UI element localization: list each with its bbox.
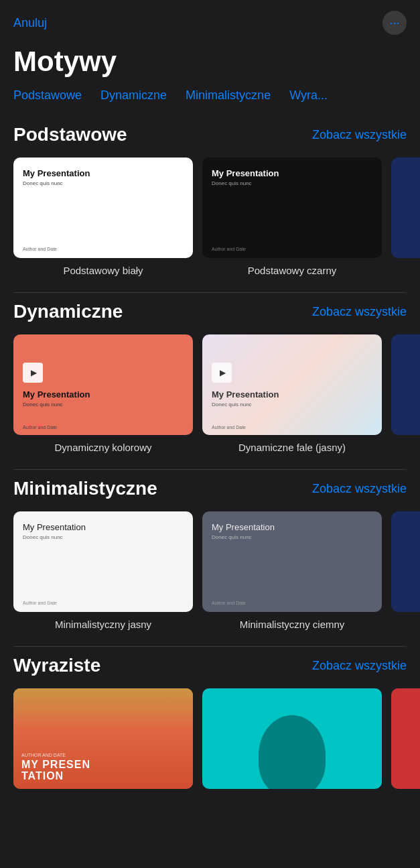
section-dynamiczne: Dynamiczne Zobacz wszystkie My Presentat…: [0, 293, 420, 469]
card-label-mini-dark: Minimalistyczny ciemny: [240, 619, 345, 630]
card-partial-4: [391, 688, 420, 796]
thumbnail-basic-black: My Presentation Donec quis nunc Author a…: [202, 158, 382, 258]
thumb-basic-black-bg: My Presentation Donec quis nunc Author a…: [202, 158, 382, 258]
thumb-partial-3-bg: [391, 511, 420, 612]
thumbnail-wyraziste-2: [202, 688, 382, 789]
thumb-title: My Presentation: [212, 168, 372, 178]
thumb-author-tiny: AUTHOR AND DATE: [21, 753, 185, 757]
thumb-author: Author and Date: [212, 247, 246, 251]
cards-row-dynamiczne: My Presentation Donec quis nunc Author a…: [13, 334, 407, 453]
thumb-title: My Presentation: [23, 522, 184, 532]
play-btn-icon: [212, 363, 232, 383]
card-wyraziste-2[interactable]: [202, 688, 382, 796]
thumb-subtitle: Donec quis nunc: [23, 180, 184, 186]
section-dynamiczne-title: Dynamiczne: [13, 301, 123, 322]
filter-tabs: Podstawowe Dynamiczne Minimalistyczne Wy…: [0, 88, 420, 116]
thumb-subtitle: Donec quis nunc: [212, 534, 372, 540]
thumb-big-title: MY PRESENTATION: [21, 759, 185, 782]
thumb-partial-4-bg: [391, 688, 420, 789]
thumb-title: My Presentation: [212, 389, 372, 399]
thumbnail-mini-dark: My Presentation Donec quis nunc Author a…: [202, 511, 382, 612]
card-partial-3: [391, 511, 420, 630]
see-all-dynamiczne-button[interactable]: Zobacz wszystkie: [312, 305, 407, 319]
tab-podstawowe[interactable]: Podstawowe: [13, 88, 82, 103]
card-partial-2: [391, 334, 420, 453]
tab-wyraziste[interactable]: Wyra...: [289, 88, 328, 103]
section-podstawowe-title: Podstawowe: [13, 124, 127, 145]
section-wyraziste-header: Wyraziste Zobacz wszystkie: [13, 655, 407, 676]
see-all-wyraziste-button[interactable]: Zobacz wszystkie: [312, 659, 407, 673]
page-title: Motywy: [0, 40, 420, 88]
section-minimalistyczne-title: Minimalistyczne: [13, 478, 157, 499]
card-label-mini-light: Minimalistyczny jasny: [55, 619, 151, 630]
thumb-author: Author and Date: [23, 601, 57, 605]
card-dynamic-color[interactable]: My Presentation Donec quis nunc Author a…: [13, 334, 193, 453]
thumbnail-basic-white: My Presentation Donec quis nunc Author a…: [13, 158, 193, 258]
cancel-button[interactable]: Anuluj: [13, 16, 47, 30]
card-dynamic-waves[interactable]: My Presentation Donec quis nunc Author a…: [202, 334, 382, 453]
thumb-author: Author and Date: [23, 247, 57, 251]
thumbnail-dynamic-color: My Presentation Donec quis nunc Author a…: [13, 334, 193, 435]
section-podstawowe: Podstawowe Zobacz wszystkie My Presentat…: [0, 116, 420, 292]
card-label-basic-white: Podstawowy biały: [63, 265, 143, 276]
thumb-title: My Presentation: [23, 389, 184, 399]
see-all-podstawowe-button[interactable]: Zobacz wszystkie: [312, 128, 407, 142]
thumb-partial-2-bg: [391, 334, 420, 435]
play-btn-icon: [23, 363, 43, 383]
card-label-basic-black: Podstawowy czarny: [248, 265, 337, 276]
card-basic-white[interactable]: My Presentation Donec quis nunc Author a…: [13, 158, 193, 276]
thumbnail-wyraziste-1: AUTHOR AND DATE MY PRESENTATION: [13, 688, 193, 789]
thumb-subtitle: Donec quis nunc: [212, 180, 372, 186]
section-minimalistyczne-header: Minimalistyczne Zobacz wszystkie: [13, 478, 407, 499]
thumbnail-partial-3: [391, 511, 420, 612]
section-podstawowe-header: Podstawowe Zobacz wszystkie: [13, 124, 407, 145]
card-mini-light[interactable]: My Presentation Donec quis nunc Author a…: [13, 511, 193, 630]
thumbnail-partial-2: [391, 334, 420, 435]
card-mini-dark[interactable]: My Presentation Donec quis nunc Author a…: [202, 511, 382, 630]
face-silhouette: [259, 715, 326, 789]
section-wyraziste: Wyraziste Zobacz wszystkie AUTHOR AND DA…: [0, 647, 420, 812]
card-wyraziste-1[interactable]: AUTHOR AND DATE MY PRESENTATION: [13, 688, 193, 796]
thumb-dynamic-color-bg: My Presentation Donec quis nunc Author a…: [13, 334, 193, 435]
cards-row-wyraziste: AUTHOR AND DATE MY PRESENTATION: [13, 688, 407, 796]
tab-minimalistyczne[interactable]: Minimalistyczne: [186, 88, 271, 103]
tab-dynamiczne[interactable]: Dynamiczne: [100, 88, 167, 103]
section-wyraziste-title: Wyraziste: [13, 655, 100, 676]
cards-row-minimalistyczne: My Presentation Donec quis nunc Author a…: [13, 511, 407, 630]
card-basic-black[interactable]: My Presentation Donec quis nunc Author a…: [202, 158, 382, 276]
thumb-dynamic-waves-bg: My Presentation Donec quis nunc Author a…: [202, 334, 382, 435]
header: Anuluj ···: [0, 0, 420, 40]
thumb-author: Author and Date: [23, 425, 57, 430]
thumbnail-partial-1: [391, 158, 420, 258]
thumb-subtitle: Donec quis nunc: [23, 401, 184, 408]
cards-row-podstawowe: My Presentation Donec quis nunc Author a…: [13, 158, 407, 276]
thumb-partial-dark-bg: [391, 158, 420, 258]
thumb-author: Author and Date: [212, 425, 246, 430]
thumbnail-mini-light: My Presentation Donec quis nunc Author a…: [13, 511, 193, 612]
more-options-button[interactable]: ···: [382, 11, 407, 35]
thumb-wyraziste-1-bg: AUTHOR AND DATE MY PRESENTATION: [13, 688, 193, 789]
thumbnail-dynamic-waves: My Presentation Donec quis nunc Author a…: [202, 334, 382, 435]
section-minimalistyczne: Minimalistyczne Zobacz wszystkie My Pres…: [0, 470, 420, 646]
thumb-mini-light-bg: My Presentation Donec quis nunc Author a…: [13, 511, 193, 612]
thumb-subtitle: Donec quis nunc: [23, 534, 184, 540]
thumb-subtitle: Donec quis nunc: [212, 401, 372, 408]
thumb-author: Author and Date: [212, 601, 246, 605]
thumbnail-partial-4: [391, 688, 420, 789]
thumb-basic-white-bg: My Presentation Donec quis nunc Author a…: [13, 158, 193, 258]
section-dynamiczne-header: Dynamiczne Zobacz wszystkie: [13, 301, 407, 322]
thumb-title: My Presentation: [23, 168, 184, 178]
thumb-title: My Presentation: [212, 522, 372, 532]
card-label-dynamic-waves: Dynamiczne fale (jasny): [238, 442, 346, 453]
card-label-dynamic-color: Dynamiczny kolorowy: [54, 442, 151, 453]
more-icon: ···: [389, 16, 399, 30]
thumb-wyraziste-2-bg: [202, 688, 382, 789]
see-all-minimalistyczne-button[interactable]: Zobacz wszystkie: [312, 482, 407, 496]
thumb-mini-dark-bg: My Presentation Donec quis nunc Author a…: [202, 511, 382, 612]
card-partial-1: [391, 158, 420, 276]
